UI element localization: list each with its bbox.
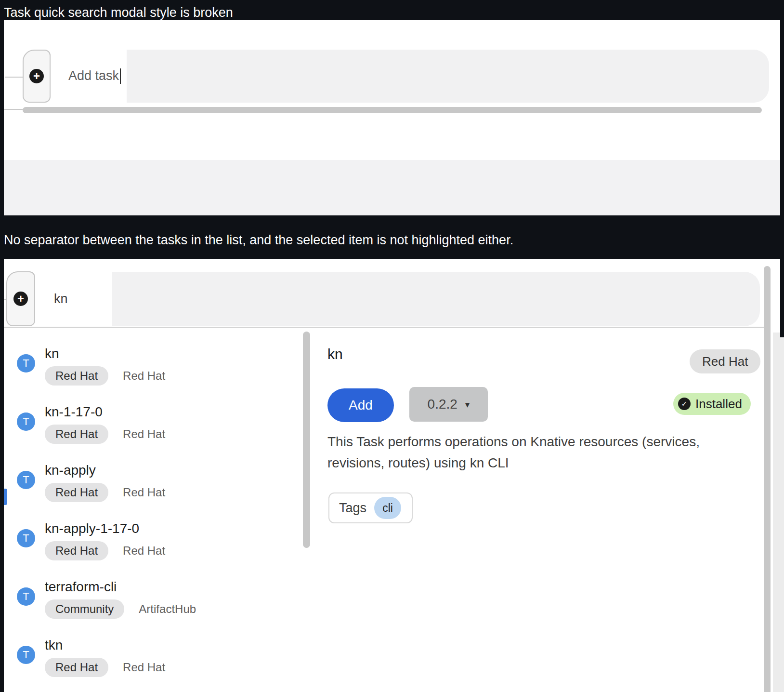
add-button[interactable]: Add [327, 388, 394, 422]
task-badges: Red Hat Red Hat [45, 483, 165, 502]
node-connector-line [4, 109, 23, 110]
quick-search-value: kn [54, 292, 68, 306]
avatar-letter: T [23, 357, 29, 370]
source-label: Red Hat [123, 661, 165, 674]
task-avatar-icon: T [17, 587, 35, 606]
list-scrollbar[interactable] [303, 332, 310, 548]
task-list-item[interactable]: T kn-1-17-0 Red Hat Red Hat [4, 401, 302, 460]
task-badges: Red Hat Red Hat [45, 541, 165, 560]
clipped-focus-indicator [4, 489, 7, 505]
caption-modal-style-broken: Task quick search modal style is broken [4, 5, 233, 20]
task-list-item[interactable]: T terraform-cli Community ArtifactHub [4, 576, 302, 635]
add-task-node-button[interactable]: + [23, 50, 51, 103]
add-task-node-button[interactable]: + [6, 271, 35, 326]
task-avatar-icon: T [17, 354, 35, 373]
provider-badge: Red Hat [45, 658, 108, 677]
image-edge-notch [780, 259, 784, 337]
provider-badge: Red Hat [45, 483, 108, 502]
version-value: 0.2.2 [428, 397, 457, 412]
avatar-letter: T [23, 649, 29, 661]
bug-report-page: Task quick search modal style is broken … [0, 0, 784, 692]
tags-group: Tags cli [328, 492, 413, 523]
source-label: Red Hat [123, 486, 165, 499]
screenshot-quick-search-results: + kn T kn Red Hat Red Hat T kn-1-17-0 Re… [4, 259, 784, 692]
quick-search-input[interactable]: kn [39, 271, 112, 326]
task-avatar-icon: T [17, 529, 35, 547]
task-list-item[interactable]: T kn-apply-1-17-0 Red Hat Red Hat [4, 518, 302, 576]
installed-label: Installed [695, 397, 742, 412]
task-avatar-icon: T [17, 413, 35, 431]
task-list-item[interactable]: T kn Red Hat Red Hat [4, 343, 302, 401]
task-description: This Task performs operations on Knative… [327, 431, 727, 474]
version-dropdown[interactable]: 0.2.2 ▾ [409, 387, 488, 422]
avatar-letter: T [23, 415, 29, 428]
source-label: Red Hat [123, 427, 165, 441]
source-label: Red Hat [123, 369, 165, 383]
task-name: kn [45, 346, 59, 361]
screenshot-empty-quick-search: + Add task [4, 20, 780, 215]
task-detail-title: kn [327, 346, 343, 362]
chevron-down-icon: ▾ [465, 399, 470, 410]
task-list-item[interactable]: T kn-apply Red Hat Red Hat [4, 460, 302, 518]
task-badges: Community ArtifactHub [45, 599, 196, 619]
provider-badge: Community [45, 599, 124, 619]
quick-search-bar-track [112, 272, 760, 326]
caption-no-separator: No separator between the tasks in the li… [4, 232, 513, 248]
task-list-item[interactable]: T tkn Red Hat Red Hat [4, 635, 302, 692]
search-bottom-border [4, 327, 771, 328]
plus-circle-icon: + [13, 292, 28, 306]
quick-search-input[interactable]: Add task [54, 49, 127, 103]
task-name: kn-1-17-0 [45, 404, 103, 420]
task-avatar-icon: T [17, 646, 35, 664]
task-name: kn-apply-1-17-0 [45, 521, 139, 536]
task-name: terraform-cli [45, 579, 117, 595]
tag-chip-cli[interactable]: cli [374, 497, 401, 519]
provider-badge: Red Hat [690, 349, 760, 373]
horizontal-scrollbar[interactable] [23, 107, 762, 113]
plus-circle-icon: + [29, 69, 44, 83]
quick-search-placeholder: Add task [68, 68, 119, 83]
tags-label: Tags [339, 501, 366, 516]
installed-badge: ✓ Installed [673, 393, 751, 415]
task-avatar-icon: T [17, 471, 35, 489]
quick-search-bar-track [127, 50, 769, 103]
source-label: ArtifactHub [139, 602, 196, 616]
canvas-footer-area [4, 160, 780, 215]
task-name: tkn [45, 638, 63, 653]
modal-scrollbar[interactable] [764, 266, 771, 692]
avatar-letter: T [23, 590, 29, 603]
task-name: kn-apply [45, 463, 96, 478]
source-label: Red Hat [123, 544, 165, 558]
text-cursor [120, 68, 121, 84]
check-circle-icon: ✓ [678, 398, 691, 410]
provider-badge: Red Hat [45, 541, 108, 560]
task-badges: Red Hat Red Hat [45, 366, 165, 386]
provider-badge: Red Hat [45, 366, 108, 386]
task-badges: Red Hat Red Hat [45, 658, 165, 677]
task-result-list: T kn Red Hat Red Hat T kn-1-17-0 Red Hat… [4, 343, 302, 692]
provider-badge: Red Hat [45, 425, 108, 444]
avatar-letter: T [23, 532, 29, 545]
node-connector-line [5, 77, 23, 78]
task-badges: Red Hat Red Hat [45, 425, 165, 444]
page-behind-modal-strip [773, 333, 784, 692]
avatar-letter: T [23, 474, 29, 486]
